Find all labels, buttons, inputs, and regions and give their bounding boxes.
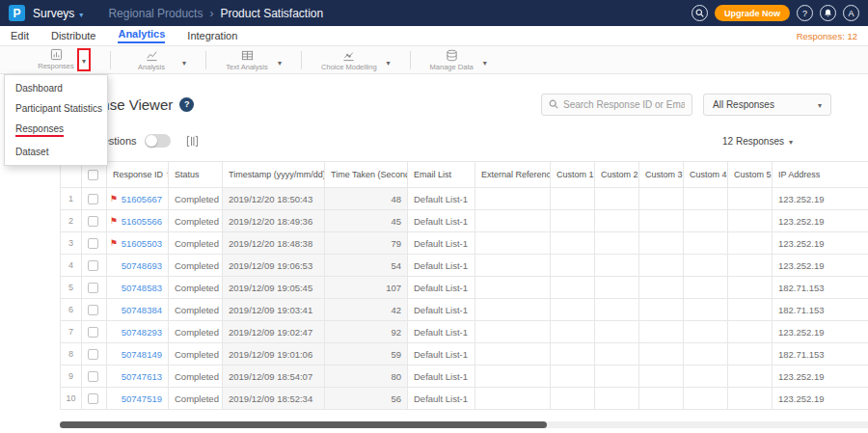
- toolbar-analysis-button[interactable]: Analysis: [130, 49, 173, 71]
- response-id-link[interactable]: 50747613: [122, 371, 162, 382]
- status-cell: Completed: [169, 277, 223, 299]
- top-bar: P Surveys Regional Products › Product Sa…: [0, 0, 868, 26]
- response-id-link[interactable]: 51605503: [122, 238, 162, 249]
- flag-icon: [110, 216, 118, 226]
- search-icon[interactable]: [692, 5, 708, 21]
- response-id-link[interactable]: 50747519: [122, 393, 162, 404]
- row-checkbox[interactable]: [88, 349, 98, 360]
- header-label: External Reference: [481, 170, 551, 179]
- select-all-checkbox[interactable]: [88, 170, 98, 180]
- scrollbar-thumb[interactable]: [60, 421, 547, 428]
- tab-edit[interactable]: Edit: [11, 30, 29, 41]
- menu-item-responses[interactable]: Responses: [5, 119, 107, 142]
- row-checkbox-cell[interactable]: [82, 388, 107, 410]
- row-checkbox[interactable]: [88, 194, 98, 204]
- response-id-link[interactable]: 50748583: [122, 283, 162, 293]
- tab-integration[interactable]: Integration: [187, 30, 237, 41]
- custom-3-cell: [639, 255, 684, 277]
- custom-3-cell: [639, 277, 684, 299]
- header-custom-2: Custom 2: [595, 162, 639, 188]
- avatar[interactable]: A: [843, 5, 859, 21]
- row-checkbox[interactable]: [88, 260, 98, 271]
- column-settings-icon[interactable]: [186, 134, 199, 148]
- row-checkbox[interactable]: [88, 305, 98, 315]
- help-icon[interactable]: ?: [179, 97, 194, 112]
- header-ip-address: IP Address: [773, 162, 868, 188]
- custom-4-cell: [684, 188, 728, 210]
- ip-address-cell: 123.252.19: [773, 321, 868, 343]
- row-checkbox-cell[interactable]: [82, 299, 107, 321]
- row-checkbox[interactable]: [88, 393, 98, 404]
- analysis-icon: [146, 49, 158, 62]
- toolbar-choice-modelling-button[interactable]: Choice Modelling: [321, 49, 377, 71]
- analysis-dropdown-caret[interactable]: [182, 52, 186, 69]
- custom-5-cell: [728, 388, 773, 410]
- tab-analytics[interactable]: Analytics: [118, 28, 165, 43]
- toolbar-manage-data-button[interactable]: Manage Data: [430, 49, 474, 71]
- timestamp-cell: 2019/12/20 18:50:43: [223, 188, 325, 210]
- menu-item-dashboard[interactable]: Dashboard: [5, 78, 107, 98]
- product-name: Surveys: [33, 7, 74, 20]
- response-id-link[interactable]: 51605667: [122, 194, 162, 204]
- toolbar-choice-modelling-label: Choice Modelling: [321, 63, 377, 71]
- help-icon[interactable]: ?: [797, 5, 813, 21]
- product-switcher[interactable]: Surveys: [33, 7, 83, 20]
- tab-distribute[interactable]: Distribute: [51, 30, 95, 41]
- custom-3-cell: [639, 321, 684, 343]
- response-id-link[interactable]: 51605566: [122, 216, 162, 227]
- toolbar-group-manage-data: Manage Data: [430, 49, 487, 71]
- email-list-cell: Default List-1: [408, 321, 475, 343]
- row-checkbox-cell[interactable]: [82, 365, 107, 388]
- table-row: 4 50748693 Completed 2019/12/09 19:06:53…: [61, 255, 868, 277]
- table-header-row: Response ID Status Timestamp (yyyy/mm/dd…: [61, 162, 868, 188]
- questionpro-logo[interactable]: P: [9, 5, 25, 21]
- row-checkbox-cell[interactable]: [82, 277, 107, 299]
- ip-address-cell: 123.252.19: [773, 188, 868, 210]
- notifications-icon[interactable]: [820, 5, 836, 21]
- menu-item-dataset[interactable]: Dataset: [5, 142, 107, 162]
- toolbar-text-analysis-button[interactable]: Text Analysis: [226, 49, 268, 71]
- header-time-taken[interactable]: Time Taken (Seconds): [325, 162, 408, 188]
- header-response-id[interactable]: Response ID: [107, 162, 169, 188]
- row-checkbox-cell[interactable]: [82, 255, 107, 277]
- external-reference-cell: [475, 343, 551, 365]
- choice-modelling-dropdown-caret[interactable]: [387, 52, 391, 69]
- row-checkbox[interactable]: [88, 283, 98, 293]
- row-checkbox[interactable]: [88, 371, 98, 382]
- response-id-cell: 51605566: [107, 210, 169, 232]
- menu-item-participant-statistics[interactable]: Participant Statistics: [5, 98, 107, 119]
- ip-address-cell: 123.252.19: [773, 232, 868, 255]
- header-timestamp[interactable]: Timestamp (yyyy/mm/dd): [223, 162, 325, 188]
- timestamp-cell: 2019/12/09 19:06:53: [223, 255, 325, 277]
- row-checkbox-cell[interactable]: [82, 232, 107, 255]
- horizontal-scrollbar[interactable]: [60, 421, 868, 428]
- responses-dropdown-caret[interactable]: [82, 50, 86, 67]
- search-input[interactable]: [563, 99, 685, 110]
- questions-toggle[interactable]: [145, 134, 171, 148]
- response-id-cell: 50747519: [107, 388, 169, 410]
- toolbar-responses-button[interactable]: Responses: [35, 48, 77, 70]
- response-id-link[interactable]: 50748693: [122, 260, 162, 271]
- responses-count-select[interactable]: 12 Responses: [722, 136, 793, 147]
- custom-3-cell: [639, 365, 684, 388]
- response-search-box[interactable]: [541, 94, 692, 116]
- response-id-link[interactable]: 50748149: [122, 349, 162, 360]
- upgrade-now-button[interactable]: Upgrade Now: [715, 5, 790, 21]
- text-analysis-dropdown-caret[interactable]: [278, 52, 282, 69]
- responses-filter-select[interactable]: All Responses: [703, 94, 831, 116]
- row-number: 8: [61, 343, 82, 365]
- row-checkbox[interactable]: [88, 327, 98, 338]
- row-checkbox[interactable]: [88, 216, 98, 227]
- response-id-link[interactable]: 50748293: [122, 327, 162, 338]
- custom-3-cell: [639, 343, 684, 365]
- breadcrumb-parent[interactable]: Regional Products: [108, 7, 203, 20]
- row-checkbox-cell[interactable]: [82, 321, 107, 343]
- manage-data-dropdown-caret[interactable]: [483, 52, 487, 69]
- response-id-link[interactable]: 50748384: [122, 305, 162, 315]
- row-checkbox-cell[interactable]: [82, 210, 107, 232]
- row-checkbox[interactable]: [88, 238, 98, 249]
- custom-1-cell: [551, 232, 595, 255]
- row-checkbox-cell[interactable]: [82, 188, 107, 210]
- row-checkbox-cell[interactable]: [82, 343, 107, 365]
- time-taken-cell: 59: [325, 343, 408, 365]
